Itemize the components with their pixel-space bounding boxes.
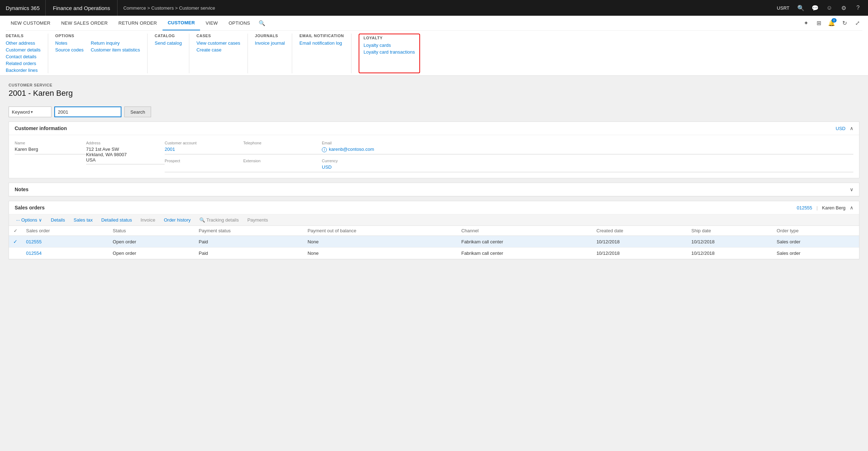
row-order-1[interactable]: 012555 [22,236,109,248]
account-value[interactable]: 2001 [165,147,243,154]
row-status-1: Open order [109,236,195,248]
ribbon-item-loyalty-cards[interactable]: Loyalty cards [364,42,415,48]
col-ship-date[interactable]: Ship date [687,226,773,236]
dynamics-label[interactable]: Dynamics 365 [0,0,46,16]
tab-new-customer[interactable]: New customer [6,16,55,30]
tab-new-sales-order[interactable]: New sales order [56,16,113,30]
details-group-title: DETAILS [6,34,41,38]
ribbon-group-email-notification: EMAIL NOTIFICATION Email notification lo… [299,34,351,73]
col-created-date[interactable]: Created date [592,226,687,236]
ribbon-item-invoice-journal[interactable]: Invoice journal [255,40,285,46]
col-sales-order[interactable]: Sales order [22,226,109,236]
info-icon: i [322,147,327,152]
col-payment-status[interactable]: Payment status [194,226,303,236]
ribbon-item-customer-details[interactable]: Customer details [6,47,41,53]
journals-group-title: JOURNALS [255,34,285,38]
currency-link[interactable]: USD [836,126,845,131]
search-input[interactable] [54,106,121,117]
extension-label: Extension [243,159,322,163]
ribbon-search-icon[interactable]: 🔍 [259,20,265,26]
options-col-2: Return inquiry Customer item statistics [91,40,140,53]
main-content: Customer information USD ∧ Name Karen Be… [0,122,868,259]
row-order-type-1: Sales order [772,236,859,248]
fullscreen-icon[interactable]: ⤢ [852,18,862,28]
row-payment-balance-2: None [303,248,457,259]
notes-expand-icon[interactable]: ∨ [850,187,853,192]
cases-group-items: View customer cases Create case [196,40,240,53]
col-channel[interactable]: Channel [457,226,592,236]
email-link[interactable]: karenb@contoso.com [329,147,374,152]
ribbon-item-other-address[interactable]: Other address [6,40,41,46]
toolbar-sales-tax-button[interactable]: Sales tax [72,217,94,223]
email-notification-group-title: EMAIL NOTIFICATION [299,34,344,38]
app-label[interactable]: Finance and Operations [46,0,118,16]
name-value: Karen Berg [15,147,86,154]
email-field-group: Email i karenb@contoso.com Currency USD [322,141,853,172]
customize-icon[interactable]: ✦ [801,18,811,28]
sales-orders-header-link[interactable]: 012555 [797,205,812,210]
col-check: ✓ [9,226,22,236]
ribbon-group-cases: CASES View customer cases Create case [196,34,248,73]
toolbar-tracking-button[interactable]: 🔍 Tracking details [198,217,240,223]
details-group-items: Other address Customer details Contact d… [6,40,41,73]
ribbon-item-backorder-lines[interactable]: Backorder lines [6,67,41,73]
toolbar-payments-button[interactable]: Payments [246,217,269,223]
sales-orders-collapse-icon[interactable]: ∧ [850,205,853,210]
customer-service-label: CUSTOMER SERVICE [9,83,859,87]
row-order-2[interactable]: 012554 [22,248,109,259]
ribbon-item-notes[interactable]: Notes [55,40,84,46]
options-chevron-icon: ∨ [39,217,42,223]
gear-icon[interactable]: ⚙ [838,2,849,14]
refresh-icon[interactable]: ↻ [839,18,849,28]
ribbon-item-send-catalog[interactable]: Send catalog [155,40,182,46]
tab-customer[interactable]: CUSTOMER [163,16,200,30]
tab-return-order[interactable]: Return order [114,16,162,30]
help-icon[interactable]: ? [852,2,864,14]
col-order-type[interactable]: Order type [772,226,859,236]
ribbon-item-create-case[interactable]: Create case [196,47,240,53]
ribbon-item-contact-details[interactable]: Contact details [6,54,41,60]
ribbon-item-related-orders[interactable]: Related orders [6,60,41,66]
journals-group-items: Invoice journal [255,40,285,46]
keyword-select-label: Keyword [12,109,30,115]
toolbar-invoice-button[interactable]: Invoice [139,217,156,223]
table-header: ✓ Sales order Status Payment status Paym… [9,226,859,236]
windows-icon[interactable]: ⊞ [814,18,824,28]
top-bar: Dynamics 365 Finance and Operations Comm… [0,0,868,16]
tab-view[interactable]: VIEW [201,16,223,30]
col-payment-balance[interactable]: Payment out of balance [303,226,457,236]
ribbon-item-customer-item-stats[interactable]: Customer item statistics [91,47,140,53]
order-link-2[interactable]: 012554 [26,251,41,256]
address-label: Address [86,141,165,145]
ribbon-item-view-customer-cases[interactable]: View customer cases [196,40,240,46]
toolbar-order-history-button[interactable]: Order history [163,217,192,223]
face-icon[interactable]: ☺ [824,2,835,14]
search-icon-top[interactable]: 🔍 [795,2,807,14]
keyword-select[interactable]: Keyword ▼ [9,106,51,117]
table-row[interactable]: 012554 Open order Paid None Fabrikam cal… [9,248,859,259]
loyalty-group-items: Loyalty cards Loyalty card transactions [364,42,415,55]
search-button[interactable]: Search [124,106,151,117]
chat-icon[interactable]: 💬 [809,2,821,14]
ribbon-item-email-notification-log[interactable]: Email notification log [299,40,344,46]
ribbon-item-loyalty-card-transactions[interactable]: Loyalty card transactions [364,49,415,55]
ribbon-right-icons: ✦ ⊞ 🔔 0 ↻ ⤢ [801,18,862,28]
toolbar-details-button[interactable]: Details [49,217,66,223]
ribbon-group-journals: JOURNALS Invoice journal [255,34,293,73]
toolbar-options-button[interactable]: ··· Options ∨ [15,217,44,223]
tab-options[interactable]: OPTIONS [224,16,255,30]
notification-icon[interactable]: 🔔 0 [827,18,837,28]
sales-orders-card: Sales orders 012555 | Karen Berg ∧ ··· O… [9,201,859,259]
ribbon-item-source-codes[interactable]: Source codes [55,47,84,53]
loyalty-group-title: LOYALTY [364,36,415,40]
toolbar-detailed-status-button[interactable]: Detailed status [100,217,133,223]
ribbon-group-loyalty: LOYALTY Loyalty cards Loyalty card trans… [359,34,420,73]
table-row[interactable]: ✓ 012555 Open order Paid None Fabrikam c… [9,236,859,248]
currency-value[interactable]: USD [322,164,853,172]
ribbon-content: DETAILS Other address Customer details C… [6,31,862,75]
collapse-icon[interactable]: ∧ [850,125,853,131]
ribbon-item-return-inquiry[interactable]: Return inquiry [91,40,140,46]
order-link-1[interactable]: 012555 [26,239,41,244]
email-value: i karenb@contoso.com [322,147,853,154]
col-status[interactable]: Status [109,226,195,236]
